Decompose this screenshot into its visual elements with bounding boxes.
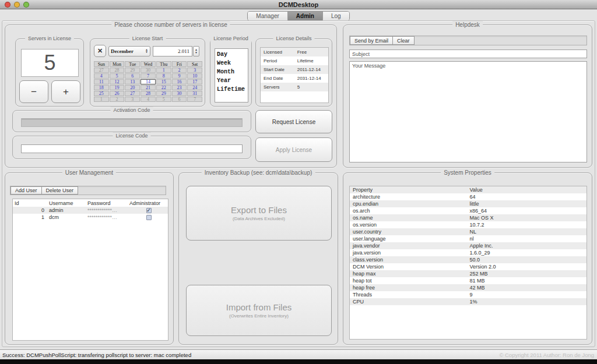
calendar-day[interactable]: 25: [94, 91, 109, 96]
system-property-key: os.arch: [353, 208, 470, 214]
user-password-cell: ************…: [87, 214, 129, 220]
calendar-day[interactable]: 15: [156, 79, 171, 84]
minimize-window-icon[interactable]: [14, 2, 20, 8]
year-spinner-icon[interactable]: ▲▼: [193, 46, 199, 56]
calendar-day[interactable]: 18: [94, 85, 109, 90]
license-period-item[interactable]: Month: [217, 68, 246, 76]
server-count-display: 5: [21, 49, 79, 77]
subject-input[interactable]: Subject: [349, 50, 587, 58]
calendar-day[interactable]: 16: [172, 79, 187, 84]
license-details-row: End Date2031-12-14: [261, 74, 328, 83]
license-code-group: License Code: [12, 136, 251, 159]
system-property-value: NL: [470, 229, 587, 235]
calendar-day[interactable]: 10: [187, 73, 202, 79]
calendar-day[interactable]: 27: [125, 91, 140, 96]
calendar-day[interactable]: 5: [156, 97, 171, 102]
calendar-day[interactable]: 7: [187, 97, 202, 102]
calendar-day[interactable]: 24: [187, 85, 202, 90]
tab-admin[interactable]: Admin: [288, 12, 323, 20]
calendar-day[interactable]: 28: [110, 68, 125, 73]
activation-code-group: Activation Code: [12, 110, 251, 132]
calendar-weekday-row: SunMonTueWedThuFriSat: [94, 61, 202, 67]
month-spinner-icon[interactable]: ▲▼: [145, 49, 148, 54]
message-textarea[interactable]: Your Message: [349, 61, 587, 162]
calendar-day[interactable]: 4: [141, 97, 156, 102]
administrator-checkbox-unchecked[interactable]: [146, 215, 152, 220]
year-field[interactable]: 2.011: [153, 46, 192, 56]
calendar-day[interactable]: 31: [187, 91, 202, 96]
calendar-day[interactable]: 12: [110, 79, 125, 84]
import-from-files-button[interactable]: Import from Files (Overwrites Entire Inv…: [186, 285, 332, 336]
calendar-day[interactable]: 4: [94, 73, 109, 79]
license-details-row: Servers5: [261, 83, 328, 91]
servers-in-license-group: Servers in License 5 − +: [15, 38, 84, 107]
system-properties-column-header: Value: [470, 187, 587, 193]
tab-log[interactable]: Log: [323, 12, 349, 20]
calendar-day[interactable]: 8: [156, 73, 171, 79]
calendar-day[interactable]: 5: [110, 73, 125, 79]
calendar-day[interactable]: 6: [172, 97, 187, 102]
calendar-day[interactable]: 17: [187, 79, 202, 84]
calendar-day[interactable]: 2: [172, 68, 187, 73]
system-properties-column-header: Property: [353, 187, 470, 193]
delete-user-button[interactable]: Delete User: [41, 186, 79, 195]
calendar-day[interactable]: 30: [172, 91, 187, 96]
users-column-header: Administrator: [129, 200, 168, 206]
calendar-day[interactable]: 27: [94, 68, 109, 73]
user-password-cell: ************…: [87, 207, 129, 213]
users-table: IdUsernamePasswordAdministrator0admin***…: [12, 199, 168, 341]
add-user-button[interactable]: Add User: [10, 186, 42, 195]
calendar-week-row: 25262728293031: [94, 91, 202, 96]
calendar-day[interactable]: 9: [172, 73, 187, 79]
tab-manager[interactable]: Manager: [248, 12, 287, 20]
user-row[interactable]: 1dcm************…: [13, 214, 168, 221]
send-by-email-button[interactable]: Send by Email: [350, 36, 393, 45]
calendar-day[interactable]: 19: [110, 85, 125, 90]
license-period-item[interactable]: Lifetime: [217, 85, 246, 94]
tab-bar: Manager Admin Log: [0, 11, 597, 21]
license-code-field[interactable]: [21, 144, 243, 153]
calendar-day[interactable]: 13: [125, 79, 140, 84]
calendar-clear-icon[interactable]: ✕: [94, 45, 106, 57]
calendar-day[interactable]: 3: [125, 97, 140, 102]
user-row[interactable]: 0admin************…✓: [13, 207, 168, 214]
calendar-day[interactable]: 1: [156, 68, 171, 73]
month-select[interactable]: December ▲▼: [108, 46, 150, 56]
license-period-list: DayWeekMonthYearLifetime: [215, 48, 248, 103]
export-to-files-button[interactable]: Export to Files (Data Archives Excluded): [186, 186, 332, 241]
request-license-button[interactable]: Request License: [255, 110, 332, 133]
license-period-item[interactable]: Year: [217, 76, 246, 85]
calendar-day[interactable]: 21: [141, 85, 156, 90]
calendar-day[interactable]: 7: [141, 73, 156, 79]
calendar-day-selected[interactable]: 14: [141, 79, 156, 84]
apply-license-button[interactable]: Apply License: [255, 137, 332, 162]
calendar-day[interactable]: 26: [110, 91, 125, 96]
calendar-day[interactable]: 3: [187, 68, 202, 73]
calendar-day[interactable]: 30: [141, 68, 156, 73]
calendar-day[interactable]: 22: [156, 85, 171, 90]
activation-code-title: Activation Code: [110, 107, 153, 114]
close-window-icon[interactable]: [5, 2, 10, 8]
calendar-day[interactable]: 29: [125, 68, 140, 73]
calendar-day[interactable]: 2: [110, 97, 125, 102]
calendar-day[interactable]: 23: [172, 85, 187, 90]
calendar-day[interactable]: 11: [94, 79, 109, 84]
license-details-row: LicensedFree: [261, 48, 328, 56]
calendar-day[interactable]: 29: [156, 91, 171, 96]
activation-code-field[interactable]: [21, 118, 243, 127]
system-property-key: java.vendor: [353, 243, 470, 249]
license-period-item[interactable]: Week: [217, 59, 246, 68]
calendar-day[interactable]: 1: [94, 97, 109, 102]
license-details-key: Period: [264, 58, 297, 63]
weekday-label: Fri: [172, 61, 187, 67]
zoom-window-icon[interactable]: [23, 2, 29, 8]
clear-button[interactable]: Clear: [392, 36, 415, 45]
administrator-checkbox-checked[interactable]: ✓: [146, 208, 152, 213]
calendar-day[interactable]: 20: [125, 85, 140, 90]
license-period-item[interactable]: Day: [217, 50, 246, 59]
calendar-day[interactable]: 6: [125, 73, 140, 79]
helpdesk-title: Helpdesk: [452, 21, 483, 29]
calendar-day[interactable]: 28: [141, 91, 156, 96]
increase-servers-button[interactable]: +: [51, 80, 80, 103]
decrease-servers-button[interactable]: −: [19, 80, 48, 103]
